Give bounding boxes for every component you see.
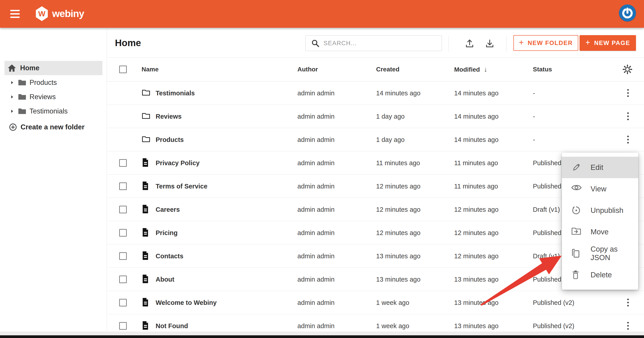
- page-title: Home: [115, 38, 141, 48]
- kebab-menu-icon[interactable]: [624, 134, 632, 145]
- search-icon: [311, 39, 320, 48]
- row-checkbox[interactable]: [119, 206, 127, 213]
- trash-icon: [571, 270, 581, 280]
- row-name[interactable]: Pricing: [156, 229, 178, 236]
- column-header-status[interactable]: Status: [533, 66, 552, 73]
- power-glyph-icon: [622, 7, 633, 19]
- row-checkbox[interactable]: [119, 159, 127, 167]
- column-header-name[interactable]: Name: [142, 66, 158, 73]
- new-folder-label: NEW FOLDER: [528, 40, 573, 47]
- kebab-menu-icon[interactable]: [624, 320, 632, 331]
- row-name[interactable]: About: [156, 275, 174, 283]
- export-download-button[interactable]: [485, 39, 495, 48]
- row-created: 13 minutes ago: [376, 275, 420, 283]
- row-modified: 14 minutes ago: [454, 136, 498, 143]
- webiny-logo-icon[interactable]: W: [35, 6, 48, 21]
- download-icon: [485, 39, 495, 48]
- sidebar-item-reviews[interactable]: Reviews: [0, 90, 102, 104]
- row-name[interactable]: Welcome to Webiny: [156, 299, 217, 306]
- row-name[interactable]: Testimonials: [156, 89, 195, 97]
- context-menu-item-copy-as-json[interactable]: Copy as JSON: [562, 243, 638, 264]
- row-name[interactable]: Reviews: [156, 113, 182, 120]
- row-status-badge: Published: [533, 229, 561, 236]
- table-row[interactable]: Testimonials admin admin 14 minutes ago …: [107, 82, 644, 105]
- select-all-checkbox[interactable]: [119, 66, 127, 73]
- row-modified: 12 minutes ago: [454, 229, 498, 236]
- search-input[interactable]: [324, 36, 438, 51]
- row-name[interactable]: Privacy Policy: [156, 159, 200, 167]
- new-folder-button[interactable]: + NEW FOLDER: [514, 35, 578, 51]
- new-page-button[interactable]: + NEW PAGE: [580, 35, 636, 51]
- plus-circle-icon: [9, 123, 17, 131]
- context-menu-item-label: Copy as JSON: [590, 245, 638, 262]
- column-header-author[interactable]: Author: [298, 66, 318, 73]
- row-created: 12 minutes ago: [376, 206, 420, 213]
- context-menu-item-move[interactable]: Move: [562, 221, 638, 243]
- row-status-badge: Published (v2): [533, 299, 574, 306]
- row-name[interactable]: Not Found: [156, 322, 188, 329]
- caret-right-icon: [10, 81, 14, 85]
- context-menu-item-view[interactable]: View: [562, 178, 638, 200]
- folder-icon: [142, 89, 150, 97]
- row-name[interactable]: Products: [156, 136, 184, 143]
- sidebar-item-products[interactable]: Products: [0, 76, 102, 90]
- row-name[interactable]: Contacts: [156, 252, 183, 260]
- column-header-created[interactable]: Created: [376, 66, 399, 73]
- column-header-modified[interactable]: Modified ↓: [454, 66, 487, 73]
- row-checkbox[interactable]: [119, 275, 127, 283]
- kebab-menu-icon[interactable]: [624, 297, 632, 308]
- row-author: admin admin: [298, 252, 334, 260]
- pencil-icon: [571, 163, 581, 172]
- sidebar-folder-label: Products: [30, 79, 57, 87]
- table-row[interactable]: Welcome to Webiny admin admin 1 week ago…: [107, 291, 644, 314]
- row-checkbox[interactable]: [119, 252, 127, 260]
- row-checkbox[interactable]: [119, 322, 127, 330]
- kebab-menu-icon[interactable]: [624, 88, 632, 99]
- page-icon: [142, 297, 149, 308]
- bottom-gray-band: [0, 331, 644, 335]
- modified-label: Modified: [454, 66, 480, 73]
- row-status-badge: Published (v2): [533, 322, 574, 329]
- row-modified: 11 minutes ago: [454, 159, 498, 167]
- row-checkbox[interactable]: [119, 229, 127, 237]
- row-created: 14 minutes ago: [376, 89, 420, 97]
- copy-icon: [571, 248, 581, 258]
- row-checkbox[interactable]: [119, 182, 127, 190]
- row-modified: 14 minutes ago: [454, 89, 498, 97]
- row-status-badge: Draft (v1): [533, 206, 560, 213]
- folder-icon: [18, 79, 26, 86]
- create-folder-link[interactable]: Create a new folder: [9, 120, 84, 134]
- page-icon: [142, 251, 149, 261]
- kebab-menu-icon[interactable]: [624, 111, 632, 122]
- webiny-admin-page: W webiny Home Products: [0, 0, 644, 338]
- table-row[interactable]: Reviews admin admin 1 day ago 14 minutes…: [107, 105, 644, 128]
- context-menu-item-delete[interactable]: Delete: [562, 264, 638, 286]
- row-status-badge: Published: [533, 182, 561, 190]
- row-created: 11 minutes ago: [376, 159, 420, 167]
- sidebar-item-testimonials[interactable]: Testimonials: [0, 104, 102, 118]
- sidebar-item-home[interactable]: Home: [4, 61, 102, 75]
- row-author: admin admin: [298, 136, 334, 143]
- row-name[interactable]: Terms of Service: [156, 182, 208, 190]
- table-row[interactable]: Products admin admin 1 day ago 14 minute…: [107, 128, 644, 151]
- sidebar-folder-label: Reviews: [30, 93, 56, 101]
- hamburger-menu-icon[interactable]: [10, 10, 20, 18]
- row-context-menu: Edit View Unpublish Move Copy as JSON De…: [562, 153, 638, 290]
- row-created: 1 day ago: [376, 136, 404, 143]
- unpublish-icon: [571, 205, 581, 215]
- import-upload-button[interactable]: [465, 39, 474, 48]
- row-modified: 13 minutes ago: [454, 275, 498, 283]
- folder-icon: [18, 94, 26, 100]
- user-avatar[interactable]: [619, 5, 636, 22]
- caret-right-icon: [10, 109, 14, 113]
- logo-letter: W: [38, 10, 46, 18]
- context-menu-item-unpublish[interactable]: Unpublish: [562, 200, 638, 221]
- row-name[interactable]: Careers: [156, 206, 180, 213]
- plus-icon: +: [519, 38, 524, 47]
- row-modified: 14 minutes ago: [454, 113, 498, 120]
- folder-tree-sidebar: Home Products Reviews Testimonials: [0, 28, 107, 331]
- caret-right-icon: [10, 95, 14, 99]
- table-settings-button[interactable]: [622, 65, 632, 74]
- row-checkbox[interactable]: [119, 299, 127, 306]
- context-menu-item-edit[interactable]: Edit: [562, 157, 638, 178]
